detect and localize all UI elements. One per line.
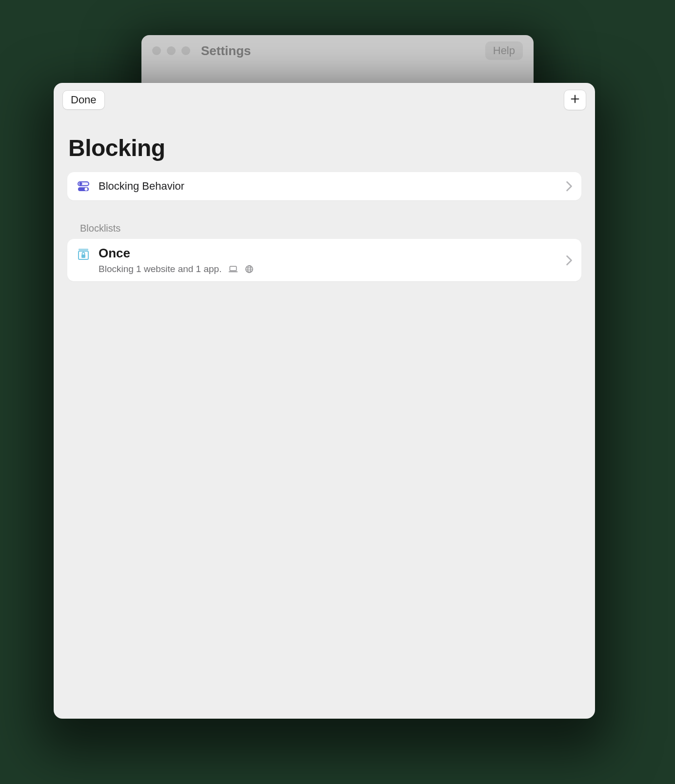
blocklist-subtitle: Blocking 1 website and 1 app.: [99, 264, 221, 274]
blocking-sheet: Done Blocking Blocking Behavior: [54, 83, 595, 719]
blocking-behavior-label: Blocking Behavior: [99, 180, 184, 193]
blocklists-section-label: Blocklists: [80, 223, 581, 234]
sheet-content: Blocking Blocking Behavior Blocklists: [54, 117, 595, 281]
svg-rect-8: [81, 255, 85, 258]
toggles-icon: [76, 179, 91, 194]
lock-page-icon: [76, 247, 91, 261]
svg-point-3: [79, 182, 82, 185]
done-button[interactable]: Done: [62, 90, 105, 110]
globe-icon: [245, 265, 254, 274]
add-button[interactable]: [564, 90, 586, 110]
blocklist-subtitle-row: Blocking 1 website and 1 app.: [99, 264, 254, 274]
sheet-toolbar: Done: [54, 83, 595, 117]
traffic-lights: [152, 46, 190, 55]
chevron-right-icon: [566, 255, 573, 266]
settings-title: Settings: [201, 43, 251, 59]
plus-icon: [570, 92, 580, 108]
blocklist-name: Once: [99, 246, 254, 261]
settings-parent-window: Settings Help: [141, 35, 534, 89]
traffic-light-zoom[interactable]: [181, 46, 190, 55]
svg-point-5: [85, 188, 88, 191]
blocking-behavior-row[interactable]: Blocking Behavior: [67, 172, 581, 200]
chevron-right-icon: [566, 181, 573, 192]
traffic-light-close[interactable]: [152, 46, 161, 55]
laptop-icon: [228, 265, 238, 273]
svg-rect-6: [79, 249, 88, 251]
help-button[interactable]: Help: [485, 41, 523, 60]
settings-titlebar: Settings Help: [141, 35, 534, 66]
page-title: Blocking: [68, 135, 581, 161]
svg-rect-10: [229, 272, 238, 273]
blocklist-body: Once Blocking 1 website and 1 app.: [99, 246, 254, 274]
blocklist-row[interactable]: Once Blocking 1 website and 1 app.: [67, 239, 581, 281]
traffic-light-minimize[interactable]: [167, 46, 176, 55]
svg-rect-9: [230, 266, 237, 271]
